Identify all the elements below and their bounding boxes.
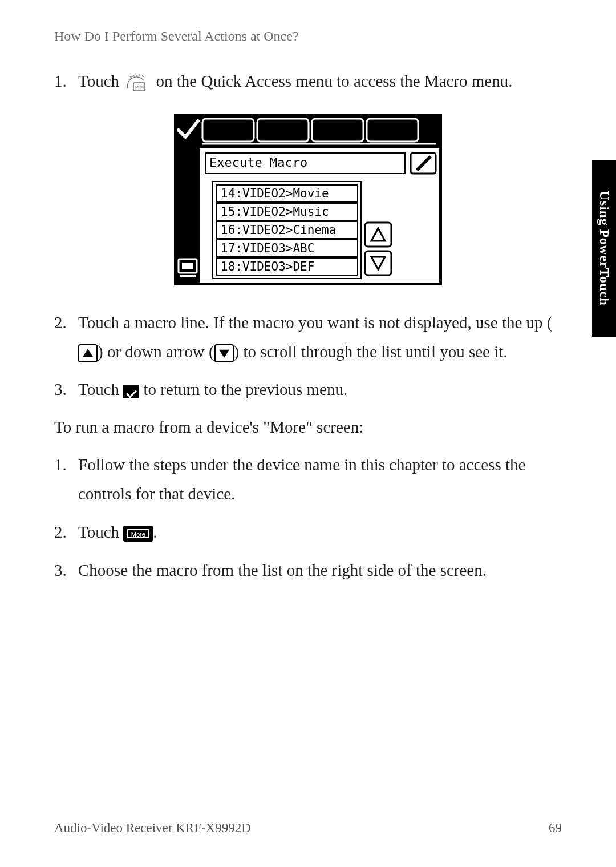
step-text: ) or down arrow ( [98,342,214,361]
svg-text:c: c [136,72,138,76]
step-text: ) to scroll through the list until you s… [234,342,508,361]
step-body: Choose the macro from the list on the ri… [78,556,562,585]
page-footer: Audio-Video Receiver KRF-X9992D 69 [54,821,562,836]
step-2: 2. Touch a macro line. If the macro you … [54,308,562,366]
step-text: on the Quick Access menu to access the M… [156,72,513,90]
step-text: to return to the previous menu. [139,380,347,398]
step-body: Touch m a c r o MCR on the Quick Access … [78,67,562,96]
svg-rect-11 [367,119,418,142]
up-arrow-icon [78,344,98,362]
svg-text:15:VIDEO2>Music: 15:VIDEO2>Music [221,205,329,219]
step-3: 3. Touch to return to the previous menu. [54,375,562,404]
step-number: 1. [54,450,78,509]
svg-text:16:VIDEO2>Cinema: 16:VIDEO2>Cinema [221,223,336,237]
step-text: Touch a macro line. If the macro you wan… [78,313,552,332]
step-number: 2. [54,518,78,547]
more-label: More [127,529,149,538]
step-number: 1. [54,67,78,96]
footer-page-number: 69 [549,821,562,836]
svg-text:17:VIDEO3>ABC: 17:VIDEO3>ABC [221,241,314,255]
b-step-1: 1. Follow the steps under the device nam… [54,450,562,509]
svg-rect-32 [180,275,196,277]
step-text: Touch [78,72,123,90]
svg-rect-31 [182,263,193,269]
svg-text:r: r [139,72,141,76]
down-arrow-icon [214,344,234,362]
step-text: Touch [78,523,123,541]
svg-rect-8 [202,119,254,142]
device-screenshot: Execute Macro 14:VIDEO2>Movie 15:VIDEO2>… [174,114,442,285]
step-number: 2. [54,308,78,366]
more-button-icon: More [123,526,153,542]
svg-text:o: o [142,74,144,78]
footer-left: Audio-Video Receiver KRF-X9992D [54,821,251,836]
check-icon [123,385,139,398]
step-number: 3. [54,556,78,585]
svg-rect-9 [257,119,309,142]
step-body: Touch to return to the previous menu. [78,375,562,404]
svg-rect-10 [312,119,363,142]
step-text: . [153,523,157,541]
svg-text:14:VIDEO2>Movie: 14:VIDEO2>Movie [221,187,329,200]
b-step-3: 3. Choose the macro from the list on the… [54,556,562,585]
step-text: Touch [78,380,123,398]
step-1: 1. Touch m a c r o MCR on the Quick Acce… [54,67,562,96]
svg-rect-28 [365,223,391,247]
step-body: Follow the steps under the device name i… [78,450,562,509]
step-body: Touch a macro line. If the macro you wan… [78,308,562,366]
macro-icon: m a c r o MCR [123,72,152,93]
svg-text:MCR: MCR [135,85,144,89]
svg-text:Execute Macro: Execute Macro [209,155,307,170]
b-step-2: 2. Touch More. [54,518,562,547]
page-header: How Do I Perform Several Actions at Once… [54,29,562,44]
svg-rect-29 [365,251,391,275]
svg-text:18:VIDEO3>DEF: 18:VIDEO3>DEF [221,260,314,273]
svg-text:a: a [132,74,135,78]
side-tab: Using PowerTouch [592,160,616,337]
step-body: Touch More. [78,518,562,547]
step-number: 3. [54,375,78,404]
subheading: To run a macro from a device's "More" sc… [54,413,562,441]
